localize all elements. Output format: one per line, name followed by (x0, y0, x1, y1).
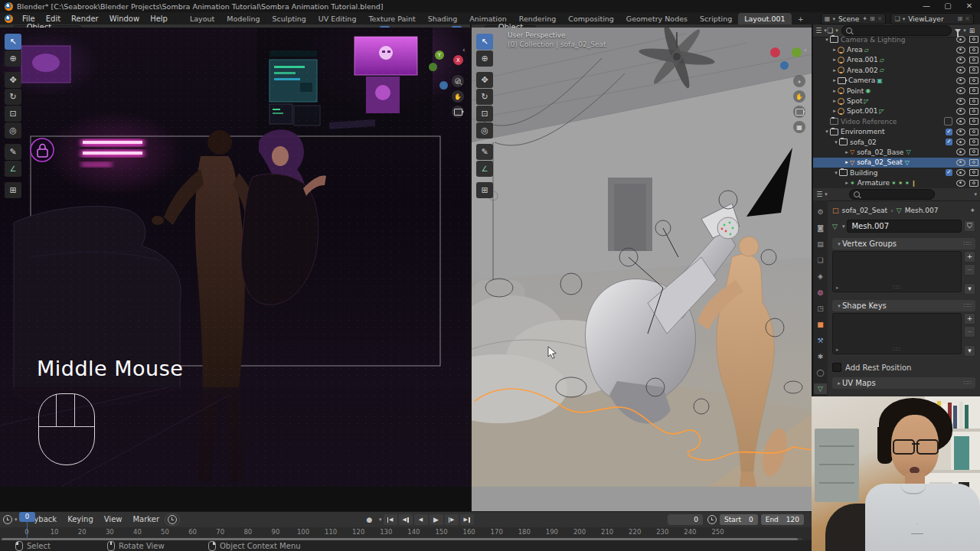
remove-icon[interactable]: × (965, 15, 970, 22)
properties-tab[interactable]: ⚒ (814, 335, 827, 346)
properties-tab[interactable]: ◍ (814, 287, 827, 298)
properties-tab[interactable]: ◈ (814, 271, 827, 282)
play-reverse-button[interactable]: ◀ (414, 514, 428, 525)
workspace-tab[interactable]: Compositing (562, 13, 620, 25)
outliner-filter-type[interactable]: ❏▾ (827, 25, 838, 36)
new-collection-icon[interactable]: ⊞ (966, 25, 978, 36)
render-visibility-icon[interactable] (969, 47, 978, 54)
select-box-tool[interactable]: ↖ (5, 34, 21, 50)
current-frame-field[interactable]: 0 (668, 514, 703, 525)
shape-key-specials-button[interactable]: ▾ (964, 345, 975, 357)
timeline-menu-item[interactable]: View (99, 514, 128, 526)
camera-view-button[interactable] (452, 106, 464, 118)
timeline-menu-item[interactable]: Keying (62, 514, 99, 526)
workspace-tab[interactable]: Layout.001 (738, 13, 791, 25)
transform-tool[interactable]: ◎ (476, 122, 493, 139)
workspace-tab[interactable]: Texture Paint (362, 13, 421, 25)
vertex-group-specials-button[interactable]: ▾ (964, 283, 975, 295)
pin-icon[interactable]: ✦ (862, 15, 867, 22)
outliner-display-mode[interactable]: ☰▾ (815, 25, 827, 36)
axis-z-ball[interactable] (780, 61, 789, 70)
remove-shape-key-button[interactable]: − (964, 326, 975, 337)
zoom-button[interactable]: ＋ (793, 75, 805, 87)
outliner-row[interactable]: ▸Area.001▱ (813, 55, 980, 65)
start-frame-field[interactable]: Start0 (720, 514, 758, 525)
blender-menu-icon[interactable] (5, 15, 13, 23)
transform-tool[interactable]: ◎ (5, 122, 21, 139)
maximize-button[interactable]: ▢ (937, 1, 959, 11)
rotate-tool[interactable]: ↻ (5, 89, 21, 105)
axis-y-ball[interactable]: Y (435, 51, 444, 60)
scale-tool[interactable]: ⊡ (5, 106, 21, 122)
prev-keyframe-button[interactable]: ◀ (399, 514, 413, 525)
properties-tab[interactable]: ◙ (814, 223, 827, 233)
end-frame-field[interactable]: End120 (761, 514, 804, 525)
jump-to-start-button[interactable]: ◀ (384, 514, 397, 525)
outliner-row[interactable]: ▸Video Reference (813, 116, 980, 126)
outliner-row[interactable]: ▾sofa_02✓ (813, 137, 980, 147)
perspective-toggle-button[interactable]: ▦ (793, 121, 805, 133)
next-keyframe-button[interactable]: ▶ (445, 514, 459, 525)
cursor-tool[interactable]: ⊕ (5, 51, 21, 67)
pin-icon[interactable]: ✦ (969, 207, 975, 214)
outliner-row[interactable]: ▸Area.002▱ (813, 65, 980, 75)
add-cube-tool[interactable]: ⊞ (476, 182, 493, 198)
scale-tool[interactable]: ⊡ (476, 106, 493, 122)
viewport-splitter[interactable] (470, 24, 472, 511)
properties-options-icon[interactable]: ▾ (974, 191, 977, 197)
copy-icon[interactable]: ⊞ (958, 15, 963, 22)
add-cube-tool[interactable]: ⊞ (5, 182, 21, 198)
outliner-row[interactable]: ▸Area▱ (813, 44, 980, 54)
annotate-tool[interactable]: ✎ (476, 144, 493, 160)
uv-maps-section[interactable]: ▸UV Maps∷∷ (832, 377, 975, 389)
properties-tab[interactable]: ▤ (814, 239, 827, 249)
remove-vertex-group-button[interactable]: − (964, 264, 975, 276)
use-preview-range-icon[interactable] (707, 515, 717, 524)
shape-keys-list[interactable]: ▸∷∷ (832, 313, 962, 354)
workspace-tab[interactable]: Layout (184, 13, 220, 25)
collapse-chevron[interactable]: ‹ (804, 46, 807, 54)
axis-x-ball[interactable] (770, 47, 780, 57)
outliner-row[interactable]: ▾Building✓ (813, 168, 980, 178)
outliner-row[interactable]: ▸Point◉ (813, 86, 980, 96)
axis-ball[interactable] (429, 63, 437, 71)
outliner-row[interactable]: ▾Environment✓ (813, 127, 980, 137)
viewport-left-canvas[interactable]: ↖ ⊕ ✥ ↻ ⊡ ◎ ✎ ∠ ⊞ Y X 🜚 ✋ ‹ Middle Mouse (0, 28, 470, 487)
move-tool[interactable]: ✥ (5, 72, 21, 88)
outliner-row[interactable]: ▸Camera▣ (813, 76, 980, 86)
rotate-tool[interactable]: ↻ (476, 89, 493, 105)
minimize-button[interactable]: — (916, 1, 937, 11)
outliner-row[interactable]: ▸▽sofa_02_Base▽ (813, 147, 980, 157)
measure-tool[interactable]: ∠ (5, 161, 21, 177)
hide-icon[interactable] (956, 47, 965, 54)
properties-tab[interactable]: ✱ (814, 351, 827, 362)
scene-selector[interactable]: ▦▾ Scene ✦ ⊞ × (821, 13, 887, 24)
timeline-ruler[interactable]: 0102030405060708090100110120130140150160… (0, 527, 812, 537)
properties-tab[interactable]: ❏ (814, 255, 827, 266)
collection-checkbox[interactable] (944, 117, 952, 126)
select-box-tool[interactable]: ↖ (476, 34, 493, 50)
playhead[interactable]: 0 (19, 512, 35, 522)
add-vertex-group-button[interactable]: + (964, 251, 975, 262)
cursor-tool[interactable]: ⊕ (476, 51, 493, 67)
timeline-editor-icon[interactable] (3, 515, 12, 524)
workspace-tab[interactable]: Geometry Nodes (620, 13, 694, 25)
pan-button[interactable]: ✋ (793, 90, 805, 103)
axis-y-ball[interactable] (792, 47, 802, 57)
sync-icon[interactable] (165, 514, 180, 526)
vertex-groups-section[interactable]: ▾Vertex Groups∷∷ (832, 238, 975, 249)
outliner-row[interactable]: ▾Camera & Lighting (813, 34, 980, 44)
workspace-tab[interactable]: Modeling (220, 13, 266, 25)
properties-tab[interactable]: ■ (814, 319, 827, 330)
move-tool[interactable]: ✥ (476, 72, 493, 88)
collection-checkbox[interactable]: ✓ (946, 169, 952, 176)
properties-tab[interactable]: ◯ (814, 367, 827, 378)
camera-view-button[interactable] (793, 106, 805, 118)
pan-button[interactable]: ✋ (452, 90, 464, 103)
outliner-row[interactable]: ▸✶Armature✶✶✶❙ (813, 178, 980, 187)
add-workspace-button[interactable]: + (792, 13, 810, 25)
outliner-row[interactable]: ▸Spot.001◸ (813, 106, 980, 116)
properties-search-input[interactable] (849, 189, 935, 200)
mesh-name-field[interactable]: Mesh.007 (847, 220, 962, 233)
timeline-menu-item[interactable]: Marker (127, 514, 165, 526)
